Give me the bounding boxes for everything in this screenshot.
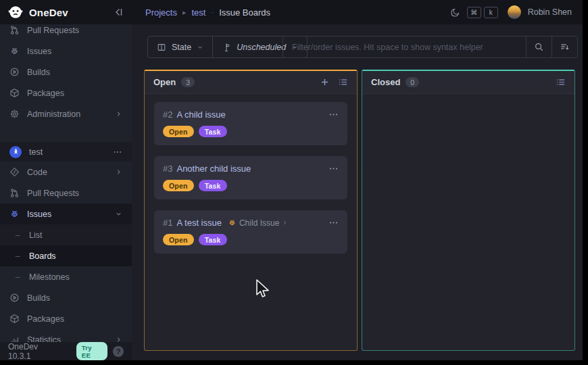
issue-card-3[interactable]: #3Another child issueOpenTask	[154, 156, 347, 199]
app-version: OneDev 10.3.1	[8, 342, 62, 361]
issue-title[interactable]: A child issue	[176, 110, 225, 120]
card-title-row: #3Another child issue	[163, 164, 339, 174]
column-list-button[interactable]	[556, 77, 566, 87]
sidebar-item-boards[interactable]: –Boards	[0, 245, 132, 266]
card-menu-icon[interactable]	[328, 110, 339, 120]
board-column-open: Open3#2A child issueOpenTask#3Another ch…	[144, 70, 358, 351]
state-dropdown-button[interactable]: State	[148, 36, 212, 57]
card-menu-icon[interactable]	[328, 218, 339, 228]
breadcrumb-projects[interactable]: Projects	[145, 7, 177, 18]
sidebar-item-pull-requests[interactable]: Pull Requests	[0, 182, 132, 203]
column-tools	[320, 77, 348, 87]
column-count-badge: 0	[406, 77, 419, 87]
brand-name: OneDev	[29, 7, 68, 18]
board-icon	[157, 43, 166, 52]
search-button[interactable]	[526, 36, 552, 57]
badge-task[interactable]: Task	[199, 180, 227, 191]
search-icon	[534, 42, 544, 52]
sidebar-item-label: Pull Requests	[27, 189, 79, 198]
sidebar-item-label: Builds	[27, 68, 50, 77]
column-body: #2A child issueOpenTask#3Another child i…	[145, 94, 357, 262]
search-shortcut-hint[interactable]: ⌘ k	[467, 7, 498, 18]
issue-title[interactable]: Another child issue	[176, 164, 251, 174]
filter-bar	[283, 36, 578, 58]
column-list-button[interactable]	[338, 77, 348, 87]
sidebar-item-pull-requests[interactable]: Pull Requests	[0, 24, 132, 41]
badge-open[interactable]: Open	[163, 126, 194, 137]
brand-area: OneDev	[0, 0, 132, 24]
issue-number: #3	[163, 164, 172, 174]
badge-task[interactable]: Task	[199, 126, 227, 137]
sidebar-item-issues[interactable]: Issues	[0, 41, 132, 62]
try-ee-badge[interactable]: Try EE	[76, 342, 108, 360]
main-content: State Unscheduled Open3#2A child issueOp…	[132, 24, 583, 360]
board-column-closed: Closed0	[362, 70, 575, 351]
help-icon[interactable]: ?	[113, 346, 124, 357]
child-issue-label: Child Issue	[239, 218, 279, 228]
column-name: Open	[153, 77, 176, 87]
column-body	[362, 94, 574, 110]
badge-open[interactable]: Open	[163, 234, 194, 245]
bug-icon	[228, 218, 237, 227]
card-title-row: #2A child issue	[163, 110, 339, 120]
k-key-badge: k	[484, 7, 498, 18]
sidebar-item-packages[interactable]: Packages	[0, 308, 132, 329]
sidebar-item-builds[interactable]: Builds	[0, 62, 132, 82]
play-circle-icon	[9, 293, 20, 303]
sidebar-item-administration[interactable]: Administration	[0, 103, 132, 124]
sidebar-collapse-icon[interactable]	[113, 7, 124, 18]
card-badges: OpenTask	[163, 234, 339, 245]
column-tools	[556, 77, 566, 87]
state-dropdown-label: State	[172, 43, 191, 52]
column-header: Open3	[145, 71, 357, 94]
sidebar-item-packages[interactable]: Packages	[0, 82, 132, 103]
sidebar-item-label: Pull Requests	[27, 26, 79, 35]
user-avatar[interactable]	[508, 5, 521, 19]
card-menu-icon[interactable]	[328, 164, 339, 174]
chevron-right-icon	[115, 168, 122, 176]
sidebar-item-code[interactable]: Code	[0, 162, 132, 182]
issue-title[interactable]: A test issue	[176, 218, 221, 228]
play-circle-icon	[9, 67, 20, 77]
dark-mode-toggle-icon[interactable]	[450, 7, 460, 18]
rocket-icon	[9, 146, 22, 158]
sidebar-item-label: Packages	[27, 314, 64, 324]
kebab-icon[interactable]	[113, 147, 122, 157]
milestone-dropdown-label: Unscheduled	[237, 43, 286, 52]
order-button[interactable]	[552, 36, 577, 57]
board-columns: Open3#2A child issueOpenTask#3Another ch…	[144, 70, 575, 351]
sidebar-item-label: List	[29, 230, 42, 240]
sidebar-item-list[interactable]: –List	[0, 224, 132, 245]
sidebar-project-test[interactable]: test	[0, 142, 132, 162]
breadcrumb: Projects ▸ test · Issue Boards	[132, 7, 270, 18]
gear-icon	[9, 109, 20, 119]
sidebar-item-milestones[interactable]: –Milestones	[0, 266, 132, 287]
issue-card-1[interactable]: #1A test issueChild IssueOpenTask	[154, 210, 347, 253]
column-header: Closed0	[362, 71, 574, 94]
package-icon	[9, 88, 20, 98]
badge-task[interactable]: Task	[199, 234, 227, 245]
breadcrumb-project-test[interactable]: test	[192, 7, 206, 18]
sidebar-item-label: Milestones	[29, 272, 70, 282]
chevron-right-icon	[115, 110, 122, 118]
sidebar-item-issues[interactable]: Issues	[0, 203, 132, 224]
issue-card-2[interactable]: #2A child issueOpenTask	[154, 102, 347, 145]
sidebar-item-builds[interactable]: Builds	[0, 287, 132, 308]
add-card-button[interactable]	[320, 77, 330, 87]
sidebar-item-label: Code	[27, 168, 47, 177]
badge-open[interactable]: Open	[163, 180, 194, 191]
sidebar-nav: Pull RequestsIssuesBuildsPackagesAdminis…	[0, 24, 132, 350]
breadcrumb-separator: ▸	[182, 8, 187, 17]
cmd-key-badge: ⌘	[467, 7, 481, 18]
sidebar-item-label: Administration	[27, 110, 80, 119]
bug-icon	[9, 46, 20, 56]
filter-input[interactable]	[283, 36, 526, 57]
sidebar-item-label: Issues	[27, 47, 51, 56]
user-name[interactable]: Robin Shen	[528, 7, 572, 17]
issue-number: #2	[163, 110, 172, 120]
milestone-icon	[222, 43, 231, 52]
breadcrumb-current-page: Issue Boards	[219, 7, 270, 18]
child-issue-link[interactable]: Child Issue	[228, 218, 288, 228]
order-icon	[560, 42, 570, 52]
breadcrumb-separator: ·	[211, 8, 214, 16]
